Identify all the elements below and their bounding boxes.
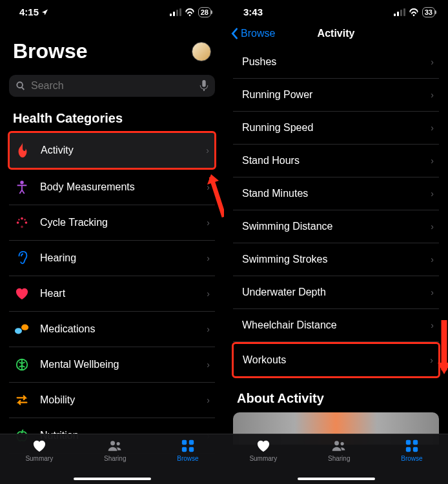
chevron-right-icon: › [431, 57, 434, 67]
battery-indicator: 28 [198, 7, 211, 17]
svg-point-11 [24, 219, 26, 221]
chevron-right-icon: › [207, 217, 210, 228]
svg-point-15 [110, 441, 115, 445]
tab-label: Browse [401, 455, 422, 462]
category-heart[interactable]: Heart › [9, 276, 215, 312]
activity-stand-hours[interactable]: Stand Hours › [233, 145, 439, 177]
svg-point-26 [341, 442, 344, 445]
chevron-right-icon: › [431, 123, 434, 133]
category-body-measurements[interactable]: Body Measurements › [9, 170, 215, 205]
home-indicator[interactable] [298, 478, 375, 480]
svg-point-9 [21, 226, 23, 228]
svg-rect-28 [413, 440, 418, 445]
svg-rect-27 [406, 440, 411, 445]
tab-bar: Summary Sharing Browse [224, 434, 448, 484]
search-input[interactable] [31, 80, 194, 92]
tab-label: Sharing [104, 455, 126, 462]
category-label: Hearing [40, 252, 198, 264]
svg-point-5 [21, 181, 23, 184]
activity-wheelchair-distance[interactable]: Wheelchair Distance › [233, 309, 439, 342]
activity-label: Underwater Depth [242, 287, 326, 298]
tab-summary[interactable]: Summary [25, 438, 53, 484]
chevron-right-icon: › [207, 395, 210, 405]
signal-icon [170, 8, 181, 16]
category-label: Body Measurements [40, 181, 198, 193]
cycle-icon [13, 214, 31, 232]
search-bar[interactable] [9, 75, 215, 97]
heart-icon [256, 438, 271, 454]
brain-icon [13, 356, 31, 374]
svg-rect-0 [170, 14, 172, 16]
tab-label: Browse [177, 455, 198, 462]
screen-activity: 3:43 33 Browse Activity Pushes › Running… [224, 0, 448, 484]
wifi-icon [409, 8, 419, 16]
activity-label: Wheelchair Distance [242, 319, 337, 331]
chevron-right-icon: › [431, 188, 434, 199]
tab-bar: Summary Sharing Browse [0, 434, 224, 484]
grid-icon [180, 438, 196, 454]
svg-rect-3 [179, 8, 181, 16]
grid-icon [404, 438, 420, 454]
activity-swimming-strokes[interactable]: Swimming Strokes › [233, 243, 439, 276]
category-label: Heart [40, 288, 198, 299]
tab-browse[interactable]: Browse [401, 438, 422, 484]
people-icon [107, 438, 123, 454]
heart-icon [13, 285, 31, 303]
svg-rect-4 [202, 80, 205, 87]
activity-workouts[interactable]: Workouts › [232, 342, 440, 378]
status-time: 3:43 [243, 6, 263, 17]
wifi-icon [185, 8, 195, 16]
chevron-right-icon: › [207, 288, 210, 299]
body-icon [13, 178, 31, 196]
activity-running-power[interactable]: Running Power › [233, 79, 439, 112]
mobility-icon [13, 391, 31, 409]
activity-underwater-depth[interactable]: Underwater Depth › [233, 276, 439, 309]
avatar[interactable] [192, 42, 211, 61]
chevron-right-icon: › [431, 90, 434, 100]
svg-rect-30 [413, 447, 418, 452]
chevron-right-icon: › [431, 221, 434, 232]
page-title: Browse [13, 39, 88, 63]
chevron-right-icon: › [431, 156, 434, 166]
home-indicator[interactable] [74, 478, 151, 480]
chevron-right-icon: › [207, 324, 210, 334]
chevron-right-icon: › [207, 359, 210, 370]
svg-point-12 [15, 328, 22, 334]
activity-stand-minutes[interactable]: Stand Minutes › [233, 177, 439, 210]
svg-rect-1 [173, 12, 175, 16]
people-icon [331, 438, 347, 454]
nav-title: Activity [318, 28, 355, 39]
activity-running-speed[interactable]: Running Speed › [233, 112, 439, 145]
back-button[interactable]: Browse [230, 28, 275, 39]
activity-label: Running Speed [242, 122, 313, 134]
category-label: Mobility [40, 394, 198, 406]
category-mental-wellbeing[interactable]: Mental Wellbeing › [9, 347, 215, 383]
svg-point-8 [25, 221, 28, 224]
chevron-right-icon: › [207, 253, 210, 263]
activity-list: Pushes › Running Power › Running Speed ›… [224, 46, 448, 378]
svg-point-6 [17, 221, 19, 224]
back-label: Browse [241, 28, 275, 39]
category-label: Cycle Tracking [40, 217, 198, 228]
svg-rect-29 [406, 447, 411, 452]
activity-label: Stand Hours [242, 155, 300, 166]
category-medications[interactable]: Medications › [9, 312, 215, 347]
tab-summary[interactable]: Summary [249, 438, 277, 484]
tab-browse[interactable]: Browse [177, 438, 198, 484]
activity-swimming-distance[interactable]: Swimming Distance › [233, 210, 439, 243]
activity-label: Running Power [242, 89, 312, 101]
status-time: 4:15 [19, 6, 39, 17]
category-mobility[interactable]: Mobility › [9, 383, 215, 418]
signal-icon [394, 8, 405, 16]
status-bar: 3:43 33 [224, 0, 448, 21]
activity-label: Stand Minutes [242, 188, 308, 199]
chevron-right-icon: › [207, 182, 210, 192]
category-activity[interactable]: Activity › [8, 131, 216, 170]
mic-icon[interactable] [199, 80, 209, 92]
svg-point-7 [21, 217, 23, 220]
section-title: Health Categories [0, 103, 224, 131]
activity-pushes[interactable]: Pushes › [233, 46, 439, 79]
svg-point-10 [18, 219, 20, 221]
category-cycle-tracking[interactable]: Cycle Tracking › [9, 205, 215, 241]
category-hearing[interactable]: Hearing › [9, 241, 215, 276]
